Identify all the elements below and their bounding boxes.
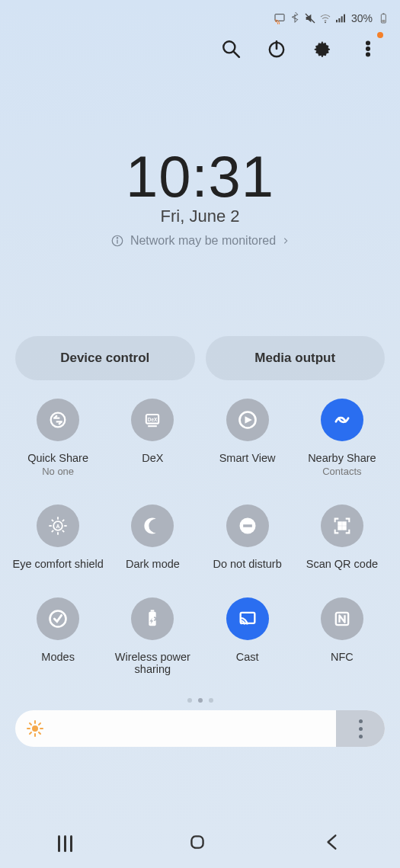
svg-point-20 — [117, 237, 118, 239]
cast-icon — [226, 597, 269, 640]
tile-nfc[interactable]: NFC — [295, 597, 389, 675]
media-output-label: Media output — [254, 351, 335, 366]
svg-line-11 — [234, 52, 239, 57]
nfc-icon — [321, 597, 363, 640]
tile-wireless-power[interactable]: Wireless power sharing — [105, 597, 200, 675]
back-icon — [322, 832, 342, 852]
wifi-icon — [319, 12, 331, 24]
battery-icon — [377, 12, 389, 24]
svg-rect-6 — [344, 14, 345, 23]
search-icon — [221, 39, 241, 59]
more-vert-icon — [358, 39, 378, 59]
svg-line-32 — [52, 520, 53, 521]
tile-cast[interactable]: Cast — [200, 597, 295, 675]
clock-date: Fri, June 2 — [0, 207, 400, 226]
svg-point-16 — [366, 47, 370, 51]
bluetooth-icon — [289, 12, 301, 24]
svg-line-54 — [39, 732, 40, 734]
svg-line-34 — [52, 530, 53, 532]
settings-button[interactable] — [312, 38, 333, 59]
tile-label: Eye comfort shield — [12, 558, 103, 570]
svg-rect-37 — [243, 524, 252, 527]
clock-block: 10:31 Fri, June 2 Network may be monitor… — [0, 143, 400, 248]
cast-status-icon — [274, 12, 286, 24]
tile-dark-mode[interactable]: Dark mode — [105, 504, 200, 570]
media-output-button[interactable]: Media output — [206, 336, 386, 380]
svg-line-53 — [30, 723, 31, 725]
eye-shield-icon: A — [37, 504, 79, 547]
svg-rect-4 — [338, 18, 340, 22]
svg-rect-38 — [338, 522, 341, 525]
tile-dex[interactable]: DeX DeX — [105, 399, 200, 477]
svg-point-21 — [51, 413, 66, 428]
svg-line-56 — [39, 723, 40, 725]
svg-point-10 — [223, 41, 235, 53]
tile-nearby-share[interactable]: Nearby Share Contacts — [295, 399, 389, 477]
recents-button[interactable] — [58, 835, 72, 852]
svg-line-33 — [62, 530, 64, 532]
svg-rect-57 — [191, 836, 203, 847]
search-button[interactable] — [220, 38, 242, 59]
gear-icon — [312, 39, 332, 59]
quick-settings-grid: Quick Share No one DeX DeX Smart View Ne… — [0, 399, 400, 675]
tile-label: Cast — [236, 651, 259, 663]
swap-icon — [37, 399, 79, 441]
tile-quick-share[interactable]: Quick Share No one — [11, 399, 105, 477]
svg-rect-39 — [343, 522, 346, 525]
clock-time: 10:31 — [0, 143, 400, 210]
svg-rect-5 — [341, 16, 343, 22]
svg-point-48 — [32, 725, 38, 732]
network-monitored-row[interactable]: Network may be monitored — [0, 234, 400, 248]
tile-scan-qr[interactable]: Scan QR code — [295, 504, 389, 570]
back-button[interactable] — [322, 832, 342, 855]
svg-rect-44 — [151, 610, 155, 611]
more-button[interactable] — [357, 38, 379, 59]
svg-line-55 — [30, 732, 31, 734]
smartview-icon — [226, 399, 269, 441]
tile-eye-comfort[interactable]: A Eye comfort shield — [11, 504, 105, 570]
battery-share-icon — [131, 597, 174, 640]
mute-icon — [304, 12, 316, 24]
tile-label: Smart View — [219, 452, 276, 464]
page-dot — [209, 698, 213, 703]
device-control-button[interactable]: Device control — [15, 336, 195, 380]
panel-actions — [0, 27, 400, 59]
svg-rect-8 — [382, 13, 384, 14]
tile-label: Quick Share — [27, 452, 88, 464]
tile-sub: Contacts — [322, 466, 361, 477]
home-icon — [187, 832, 207, 852]
svg-text:A: A — [56, 524, 60, 529]
dnd-icon — [226, 504, 269, 547]
svg-rect-41 — [343, 527, 346, 530]
page-dot — [198, 698, 203, 703]
chevron-right-icon — [282, 237, 290, 245]
svg-point-15 — [366, 41, 370, 45]
page-dot — [187, 698, 192, 703]
svg-rect-3 — [336, 20, 338, 22]
svg-text:DeX: DeX — [148, 417, 158, 422]
home-button[interactable] — [187, 832, 207, 855]
qr-icon — [321, 504, 363, 547]
tile-dnd[interactable]: Do not disturb — [200, 504, 295, 570]
brightness-slider[interactable] — [15, 710, 385, 747]
tile-modes[interactable]: Modes — [11, 597, 105, 675]
tile-label: NFC — [331, 651, 354, 663]
device-control-label: Device control — [60, 351, 149, 366]
brightness-more-button[interactable] — [336, 710, 385, 747]
moon-icon — [131, 504, 174, 547]
tile-label: Modes — [41, 651, 75, 663]
tile-label: Do not disturb — [213, 558, 281, 570]
navigation-bar — [0, 819, 400, 868]
svg-rect-43 — [149, 612, 156, 626]
tile-label: Nearby Share — [308, 452, 376, 464]
info-icon — [110, 234, 124, 248]
power-icon — [267, 39, 286, 59]
svg-point-46 — [240, 622, 242, 624]
sun-icon — [26, 719, 44, 738]
tile-smart-view[interactable]: Smart View — [200, 399, 295, 477]
battery-percent: 30% — [351, 12, 373, 24]
tile-label: DeX — [142, 452, 163, 464]
recents-icon — [58, 835, 72, 852]
page-indicator — [0, 698, 400, 703]
power-button[interactable] — [266, 38, 287, 59]
